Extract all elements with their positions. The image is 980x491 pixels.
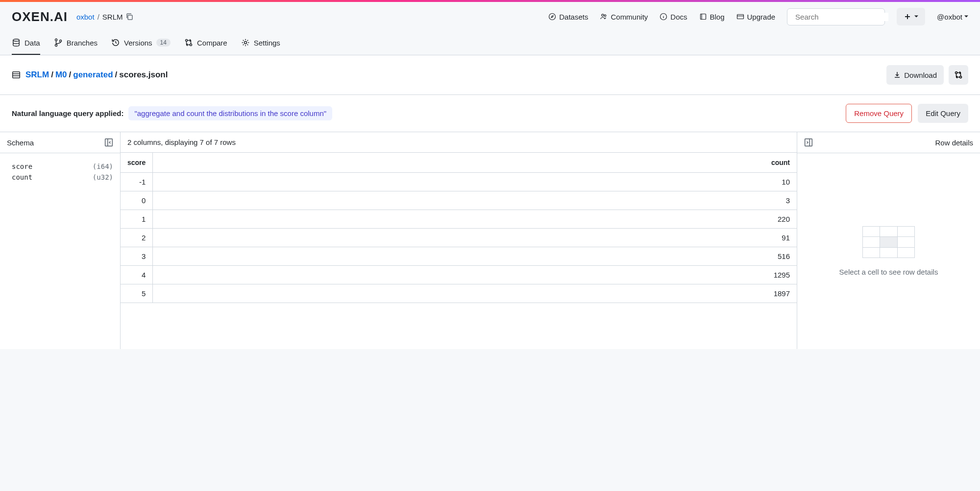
top-header: OXEN.AI oxbot / SRLM Datasets Community … — [0, 2, 980, 31]
file-actions: Download — [886, 65, 968, 85]
col-score[interactable]: score — [121, 153, 153, 173]
schema-header: Schema — [0, 132, 120, 153]
schema-panel: Schema score(i64)count(u32) — [0, 132, 121, 349]
compare-file-button[interactable] — [949, 65, 968, 85]
data-area: Schema score(i64)count(u32) 2 columns, d… — [0, 132, 980, 349]
book-icon — [699, 13, 707, 21]
svg-point-9 — [55, 39, 57, 41]
search-input[interactable] — [795, 13, 888, 21]
tab-branches[interactable]: Branches — [54, 31, 98, 55]
query-label: Natural language query applied: — [12, 109, 123, 117]
query-bar: Natural language query applied: "aggrega… — [0, 95, 980, 132]
history-icon — [111, 38, 120, 47]
svg-point-14 — [244, 42, 246, 44]
schema-row: count(u32) — [12, 172, 113, 183]
versions-badge: 14 — [156, 39, 171, 47]
details-body: Select a cell to see row details — [797, 153, 980, 349]
owner-link[interactable]: oxbot — [76, 13, 95, 21]
crumb-m0[interactable]: M0 — [55, 70, 67, 80]
crumb-generated[interactable]: generated — [73, 70, 113, 80]
schema-row: score(i64) — [12, 161, 113, 172]
crumb-current: scores.jsonl — [119, 70, 168, 80]
nav-right: Datasets Community Docs Blog Upgrade — [548, 8, 968, 25]
compare-icon — [954, 70, 963, 79]
data-table: score count -11003122029135164129551897 — [121, 153, 797, 303]
details-panel: Row details Select a cell to see row det… — [797, 132, 980, 349]
svg-rect-5 — [700, 14, 706, 20]
tab-versions[interactable]: Versions 14 — [111, 31, 171, 55]
svg-point-11 — [59, 40, 61, 42]
crumb-sep: / — [98, 13, 99, 21]
card-icon — [736, 13, 744, 21]
download-icon — [893, 71, 901, 79]
database-icon — [12, 38, 21, 47]
details-empty-text: Select a cell to see row details — [839, 268, 938, 276]
svg-point-1 — [549, 14, 556, 20]
svg-point-12 — [185, 39, 187, 41]
svg-point-16 — [955, 71, 957, 73]
plus-icon — [904, 13, 911, 21]
table-row[interactable]: 291 — [121, 229, 797, 247]
svg-point-2 — [602, 14, 604, 16]
info-icon — [660, 13, 667, 21]
table-row[interactable]: 03 — [121, 191, 797, 210]
svg-point-17 — [959, 76, 961, 78]
user-menu[interactable]: @oxbot — [937, 13, 968, 21]
caret-down-icon — [964, 15, 968, 19]
collapse-left-icon[interactable] — [104, 138, 113, 147]
copy-icon[interactable] — [125, 13, 133, 21]
svg-rect-0 — [128, 15, 132, 20]
tab-data[interactable]: Data — [12, 31, 40, 55]
collapse-right-icon[interactable] — [804, 138, 813, 147]
search-box[interactable] — [787, 8, 885, 25]
table-row[interactable]: 3516 — [121, 247, 797, 266]
svg-rect-15 — [13, 72, 20, 78]
new-button[interactable] — [897, 8, 925, 25]
nav-datasets[interactable]: Datasets — [548, 13, 588, 21]
download-button[interactable]: Download — [886, 65, 944, 85]
repo-crumb: oxbot / SRLM — [76, 13, 134, 21]
table-icon — [12, 70, 21, 79]
compare-icon — [184, 38, 193, 47]
tab-compare[interactable]: Compare — [184, 31, 227, 55]
repo-name: SRLM — [102, 13, 123, 21]
branch-icon — [54, 38, 63, 47]
caret-down-icon — [914, 15, 918, 19]
col-count[interactable]: count — [153, 153, 797, 173]
details-header: Row details — [797, 132, 980, 153]
edit-query-button[interactable]: Edit Query — [918, 104, 968, 123]
nav-community[interactable]: Community — [600, 13, 648, 21]
schema-list: score(i64)count(u32) — [0, 153, 120, 190]
nav-upgrade[interactable]: Upgrade — [736, 13, 776, 21]
remove-query-button[interactable]: Remove Query — [846, 104, 912, 123]
people-icon — [600, 13, 608, 21]
query-actions: Remove Query Edit Query — [846, 104, 968, 123]
crumb-srlm[interactable]: SRLM — [25, 70, 49, 80]
table-summary: 2 columns, displaying 7 of 7 rows — [121, 132, 797, 153]
table-row[interactable]: 1220 — [121, 210, 797, 229]
file-crumb: SRLM/M0/generated/scores.jsonl — [12, 70, 168, 80]
svg-point-10 — [55, 45, 57, 47]
table-row[interactable]: -110 — [121, 173, 797, 191]
svg-point-3 — [605, 15, 607, 17]
query-chip: "aggregate and count the distributions i… — [128, 106, 332, 120]
tab-settings[interactable]: Settings — [241, 31, 280, 55]
compass-icon — [548, 13, 556, 21]
gear-icon — [241, 38, 250, 47]
tab-bar: Data Branches Versions 14 Compare Settin… — [0, 31, 980, 55]
nav-blog[interactable]: Blog — [699, 13, 725, 21]
empty-grid-icon — [863, 227, 915, 258]
svg-rect-6 — [737, 15, 743, 19]
table-panel: 2 columns, displaying 7 of 7 rows score … — [121, 132, 797, 349]
svg-point-8 — [13, 39, 19, 42]
file-header: SRLM/M0/generated/scores.jsonl Download — [0, 55, 980, 95]
logo[interactable]: OXEN.AI — [12, 9, 68, 24]
nav-docs[interactable]: Docs — [660, 13, 687, 21]
svg-point-13 — [190, 44, 192, 46]
table-row[interactable]: 41295 — [121, 266, 797, 284]
table-row[interactable]: 51897 — [121, 284, 797, 303]
